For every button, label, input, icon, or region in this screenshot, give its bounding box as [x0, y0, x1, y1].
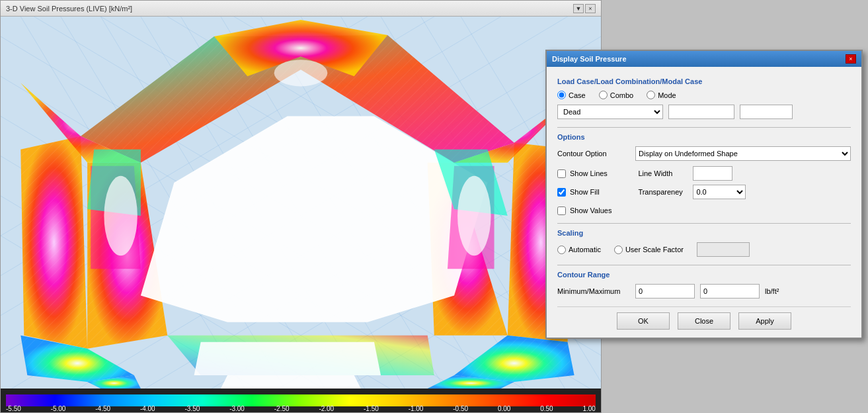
- mode-input[interactable]: [740, 105, 793, 119]
- load-case-dropdowns: Dead: [557, 105, 851, 119]
- combo-input[interactable]: [668, 105, 734, 119]
- svg-point-63: [104, 176, 137, 255]
- show-fill-row: Show Fill: [557, 185, 612, 199]
- scale-label-7: -2.00: [319, 405, 334, 412]
- case-radio-label: Case: [569, 91, 586, 99]
- dialog-title-bar: Display Soil Pressure ×: [547, 51, 861, 67]
- scaling-row: Automatic User Scale Factor: [557, 242, 851, 257]
- scale-labels: -5.50 -5.00 -4.50 -4.00 -3.50 -3.00 -2.5…: [1, 405, 601, 412]
- apply-button[interactable]: Apply: [738, 312, 791, 330]
- scale-label-3: -4.00: [140, 405, 155, 412]
- combo-radio[interactable]: [599, 91, 608, 99]
- contour-range-row: Minimum/Maximum lb/ft²: [557, 284, 851, 298]
- case-radio[interactable]: [557, 91, 566, 99]
- line-width-input[interactable]: [693, 166, 732, 181]
- load-case-radio-group: Case Combo Mode: [557, 91, 851, 99]
- svg-point-64: [457, 176, 491, 255]
- line-width-label: Line Width: [638, 169, 688, 177]
- contour-option-dropdown[interactable]: Display on Undeformed Shape Display on D…: [635, 146, 851, 161]
- show-fill-label: Show Fill: [570, 188, 600, 196]
- load-case-section-label: Load Case/Load Combination/Modal Case: [557, 77, 851, 85]
- scale-label-2: -4.50: [95, 405, 110, 412]
- scale-label-10: -0.50: [453, 405, 468, 412]
- ok-button[interactable]: OK: [617, 312, 670, 330]
- user-scale-radio[interactable]: [614, 246, 623, 254]
- mode-radio-label: Mode: [658, 91, 676, 99]
- scale-label-9: -1.00: [409, 405, 424, 412]
- scale-factor-input[interactable]: [697, 242, 750, 257]
- mode-radio[interactable]: [647, 91, 655, 99]
- user-scale-radio-item[interactable]: User Scale Factor: [614, 246, 684, 254]
- automatic-radio-label: Automatic: [569, 246, 601, 253]
- close-main-button[interactable]: ×: [585, 4, 596, 13]
- main-window: 3-D View Soil Pressures (LIVE) [kN/m²] ▼…: [0, 0, 602, 413]
- automatic-radio-item[interactable]: Automatic: [557, 246, 601, 254]
- dialog-title: Display Soil Pressure: [552, 55, 627, 63]
- dialog-body: Load Case/Load Combination/Modal Case Ca…: [547, 67, 861, 338]
- user-scale-label: User Scale Factor: [625, 246, 684, 253]
- transparency-row: Transpareney 0.0 0.1 0.2 0.3: [638, 185, 746, 199]
- scale-label-4: -3.50: [185, 405, 200, 412]
- scale-label-0: -5.50: [6, 405, 21, 412]
- main-title-bar: 3-D View Soil Pressures (LIVE) [kN/m²] ▼…: [1, 1, 601, 17]
- minimize-button[interactable]: ▼: [573, 4, 584, 13]
- main-window-controls: ▼ ×: [573, 4, 596, 13]
- show-fill-checkbox[interactable]: [557, 188, 566, 197]
- svg-marker-52: [194, 342, 381, 375]
- maximum-input[interactable]: [700, 284, 760, 298]
- svg-marker-53: [221, 375, 361, 389]
- color-scale-bar: -5.50 -5.00 -4.50 -4.00 -3.50 -3.00 -2.5…: [1, 389, 601, 412]
- combo-radio-label: Combo: [610, 91, 633, 99]
- scale-label-6: -2.50: [274, 405, 290, 412]
- dialog-button-row: OK Close Apply: [557, 306, 851, 330]
- close-button[interactable]: Close: [678, 312, 730, 330]
- contour-option-row: Contour Option Display on Undeformed Sha…: [557, 146, 851, 161]
- unit-label: lb/ft²: [765, 287, 779, 295]
- transparency-dropdown[interactable]: 0.0 0.1 0.2 0.3: [693, 185, 746, 199]
- viewport: [1, 17, 601, 389]
- scale-label-1: -5.00: [51, 405, 66, 412]
- scale-label-12: 0.50: [540, 405, 553, 412]
- scale-label-11: 0.00: [498, 405, 510, 412]
- show-lines-checkbox[interactable]: [557, 169, 566, 178]
- case-dropdown[interactable]: Dead: [557, 105, 663, 119]
- show-values-checkbox[interactable]: [557, 206, 566, 215]
- soil-pressure-visualization: [1, 17, 601, 389]
- mode-radio-item[interactable]: Mode: [647, 91, 676, 99]
- svg-marker-35: [20, 136, 87, 349]
- checkbox-column: Show Lines Show Fill Show Values: [557, 166, 612, 218]
- contour-range-section-label: Contour Range: [557, 271, 851, 279]
- show-lines-row: Show Lines: [557, 166, 612, 181]
- scale-label-8: -1.50: [364, 405, 379, 412]
- case-radio-item[interactable]: Case: [557, 91, 586, 99]
- svg-point-65: [274, 60, 328, 86]
- options-right-column: Line Width Transpareney 0.0 0.1 0.2 0.3: [638, 166, 746, 218]
- scale-label-5: -3.00: [229, 405, 245, 412]
- scale-label-13: 1.00: [582, 405, 595, 412]
- display-soil-pressure-dialog: Display Soil Pressure × Load Case/Load C…: [545, 50, 863, 339]
- dialog-close-x-button[interactable]: ×: [846, 54, 856, 64]
- minimum-input[interactable]: [635, 284, 695, 298]
- min-max-label: Minimum/Maximum: [557, 287, 630, 295]
- scaling-section-label: Scaling: [557, 229, 851, 237]
- automatic-radio[interactable]: [557, 246, 566, 254]
- show-lines-label: Show Lines: [570, 169, 608, 177]
- options-section-label: Options: [557, 133, 851, 141]
- show-values-row: Show Values: [557, 203, 612, 218]
- show-values-label: Show Values: [570, 206, 612, 214]
- combo-radio-item[interactable]: Combo: [599, 91, 633, 99]
- transparency-label: Transpareney: [638, 188, 688, 196]
- contour-option-label: Contour Option: [557, 150, 630, 158]
- main-title: 3-D View Soil Pressures (LIVE) [kN/m²]: [6, 5, 132, 13]
- line-width-row: Line Width: [638, 166, 746, 181]
